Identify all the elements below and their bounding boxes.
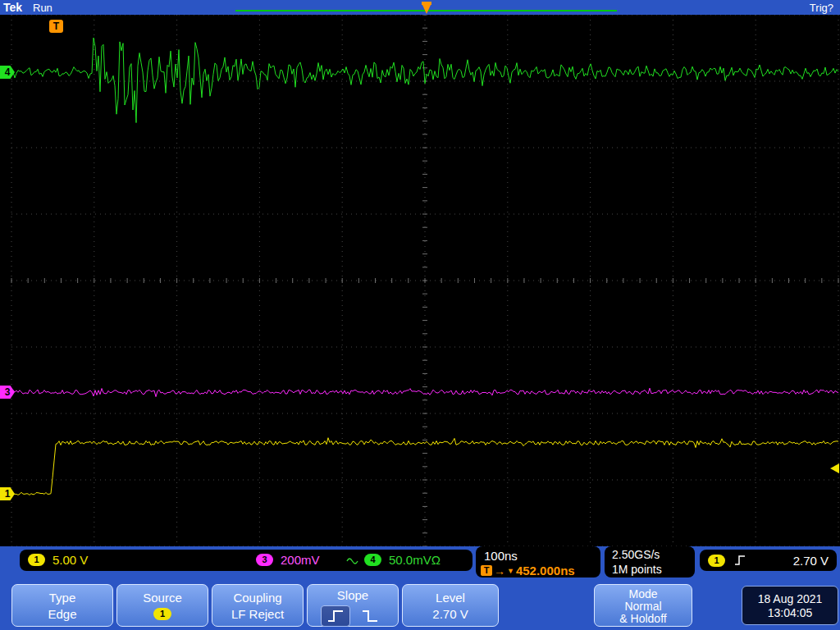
mode-button-value2: & Holdoff (595, 613, 692, 625)
header-bar: Tek Run Trig? (0, 0, 840, 15)
acquisition-readout: 2.50GS/s 1M points (605, 546, 695, 578)
right-arrow-icon: → (494, 564, 505, 578)
trigger-delay-value: 452.000ns (516, 564, 575, 578)
type-button-value: Edge (12, 607, 112, 621)
rising-edge-option[interactable] (321, 605, 350, 627)
down-arrow-icon: ▼ (507, 567, 514, 575)
channel-4-scale: 50.0mVΩ (389, 553, 441, 567)
channel-3-badge: 3 (256, 554, 273, 566)
level-button[interactable]: Level 2.70 V (402, 584, 499, 627)
datetime-display: 18 Aug 2021 13:04:05 (742, 586, 838, 625)
readout-bar: 1 5.00 V 3 200mV 4 50.0mVΩ 100ns T → ▼ 4… (0, 546, 840, 582)
type-button-title: Type (12, 591, 112, 605)
waveform-display (0, 15, 840, 546)
trigger-position-arrow-icon (419, 1, 434, 15)
trigger-record-icon: T (49, 20, 63, 33)
graticule: T 4 3 1 (0, 15, 840, 546)
bandwidth-icon (346, 556, 358, 565)
coupling-button-title: Coupling (212, 591, 303, 605)
horizontal-readout: 100ns T → ▼ 452.000ns (476, 546, 600, 578)
channel-4-badge: 4 (364, 554, 381, 566)
source-channel-badge: 1 (153, 608, 171, 620)
channel-1-scale: 5.00 V (52, 553, 88, 567)
slope-button-title: Slope (308, 588, 398, 602)
oscilloscope-screen: Tek Run Trig? T 4 3 1 1 5.00 V 3 200mV 4 (0, 0, 840, 630)
source-button-title: Source (117, 591, 208, 605)
trigger-delay-readout: T → ▼ 452.000ns (481, 564, 600, 578)
tek-logo: Tek (3, 1, 22, 14)
channel-scale-readout: 1 5.00 V 3 200mV 4 50.0mVΩ (20, 550, 472, 571)
time-value: 13:04:05 (742, 606, 838, 620)
record-length: 1M points (612, 564, 695, 576)
type-button[interactable]: Type Edge (11, 584, 113, 627)
acquisition-status: Run (33, 2, 52, 14)
sample-rate: 2.50GS/s (612, 549, 695, 561)
trigger-t-badge: T (481, 565, 492, 576)
mode-button-title: Mode (595, 588, 692, 600)
falling-edge-icon (361, 609, 379, 623)
mode-button[interactable]: Mode Normal & Holdoff (594, 584, 692, 627)
channel-3-scale: 200mV (281, 553, 320, 567)
rising-edge-icon (733, 554, 746, 567)
date-value: 18 Aug 2021 (742, 592, 838, 606)
mode-button-value: Normal (595, 600, 692, 613)
trigger-status: Trig? (810, 2, 833, 14)
slope-options (308, 605, 398, 627)
coupling-button[interactable]: Coupling LF Reject (212, 584, 304, 627)
level-button-title: Level (403, 591, 498, 605)
trigger-position-marker[interactable] (419, 1, 434, 15)
trigger-readout: 1 2.70 V (700, 550, 837, 571)
coupling-button-value: LF Reject (212, 607, 303, 621)
slope-button[interactable]: Slope (307, 584, 399, 627)
level-button-value: 2.70 V (403, 607, 498, 621)
timebase-value: 100ns (484, 549, 600, 563)
channel-1-badge: 1 (28, 554, 45, 566)
source-button[interactable]: Source 1 (116, 584, 208, 627)
trigger-level-value: 2.70 V (793, 554, 829, 568)
rising-edge-icon (326, 609, 345, 623)
falling-edge-option[interactable] (355, 605, 385, 627)
menu-bar: Type Edge Source 1 Coupling LF Reject Sl… (0, 582, 840, 630)
trigger-source-badge: 1 (708, 555, 725, 567)
